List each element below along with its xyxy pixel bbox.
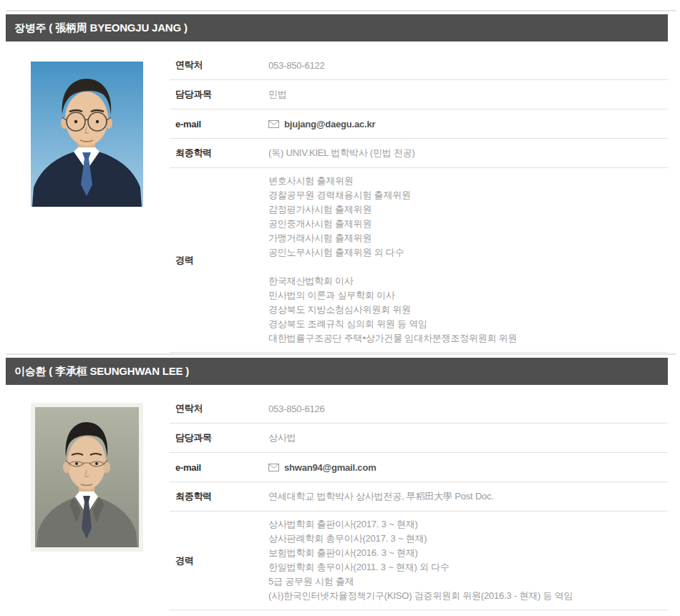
photo-column xyxy=(0,51,170,353)
career-line: 보험법학회 출판이사(2016. 3 ~ 현재) xyxy=(268,546,668,560)
info-label: 담당과목 xyxy=(170,88,268,101)
info-row-email: e-mail shwan94@gmail.com xyxy=(170,453,668,482)
professor-name: 장병주 ( 張柄周 BYEONGJU JANG ) xyxy=(6,21,188,35)
info-label: 경력 xyxy=(170,554,268,567)
professor-name-header: 이승환 ( 李承桓 SEUNGHWAN LEE ) xyxy=(6,358,668,385)
info-row-contact: 연락처 053-850-6126 xyxy=(170,394,668,424)
professor-profile-jang: 장병주 ( 張柄周 BYEONGJU JANG ) xyxy=(0,14,680,353)
professor-profile-lee: 이승환 ( 李承桓 SEUNGHWAN LEE ) xyxy=(0,358,680,610)
section-divider xyxy=(6,353,676,355)
professor-photo xyxy=(31,403,170,552)
professor-photo xyxy=(31,62,170,207)
info-label: e-mail xyxy=(170,119,268,129)
info-value: 상사법 xyxy=(268,431,668,444)
info-label: 경력 xyxy=(170,254,268,267)
career-line: 민사법의 이론과 실무학회 이사 xyxy=(268,288,668,303)
career-group-gap xyxy=(268,260,668,274)
info-value: (독) UNIV.KIEL 법학박사 (민법 전공) xyxy=(268,147,668,160)
professor-name: 이승환 ( 李承桓 SEUNGHWAN LEE ) xyxy=(6,365,189,378)
email-address-link[interactable]: shwan94@gmail.com xyxy=(284,462,377,473)
info-label: e-mail xyxy=(170,462,268,473)
info-value: 민법 xyxy=(268,88,668,101)
email-icon xyxy=(268,120,279,128)
info-row-career: 경력 변호사시험 출제위원 경찰공무원 경력채용시험 출제위원 감정평가사시험 … xyxy=(170,168,668,353)
career-line: 5급 공무원 시험 출제 xyxy=(268,575,668,589)
career-line: 상사판례학회 총무이사(2017. 3 ~ 현재) xyxy=(268,532,668,546)
info-row-contact: 연락처 053-850-6122 xyxy=(170,51,668,80)
info-value: 053-850-6122 xyxy=(268,60,668,71)
section-divider xyxy=(6,10,676,11)
email-icon xyxy=(268,464,279,471)
professor-info-table: 연락처 053-850-6126 담당과목 상사법 e-mail shwan94… xyxy=(170,394,668,610)
info-row-subject: 담당과목 상사법 xyxy=(170,424,668,453)
info-row-email: e-mail bjujang@daegu.ac.kr xyxy=(170,109,668,139)
career-line: 대한법률구조공단 주택•상가건물 임대차분쟁조정위원회 위원 xyxy=(268,331,668,346)
email-address-link[interactable]: bjujang@daegu.ac.kr xyxy=(284,119,375,129)
info-label: 최종학력 xyxy=(170,490,268,503)
career-line: 공인노무사시험 출제위원 외 다수 xyxy=(268,245,668,260)
career-line: 경찰공무원 경력채용시험 출제위원 xyxy=(268,188,668,202)
professor-name-header: 장병주 ( 張柄周 BYEONGJU JANG ) xyxy=(6,14,668,41)
info-label: 최종학력 xyxy=(170,147,268,160)
info-value: 053-850-6126 xyxy=(268,404,668,414)
info-row-subject: 담당과목 민법 xyxy=(170,80,668,109)
info-label: 담당과목 xyxy=(170,431,268,444)
info-label: 연락처 xyxy=(170,402,268,415)
career-line: 한일법학회 총무이사(2011. 3 ~ 현재) 외 다수 xyxy=(268,560,668,575)
info-label: 연락처 xyxy=(170,59,268,72)
info-row-education: 최종학력 (독) UNIV.KIEL 법학박사 (민법 전공) xyxy=(170,139,668,168)
career-line: 한국재산법학회 이사 xyxy=(268,274,668,288)
info-row-career: 경력 상사법학회 출판이사(2017. 3 ~ 현재) 상사판례학회 총무이사(… xyxy=(170,512,668,610)
photo-column xyxy=(0,394,170,610)
career-line: 변호사시험 출제위원 xyxy=(268,174,668,188)
professor-info-table: 연락처 053-850-6122 담당과목 민법 e-mail bjujang@… xyxy=(170,51,668,353)
info-value: 연세대학교 법학박사 상사법전공, 早稻田大學 Post Doc. xyxy=(268,490,668,503)
career-line: 경상북도 지방소청심사위원회 위원 xyxy=(268,303,668,317)
career-line: 상사법학회 출판이사(2017. 3 ~ 현재) xyxy=(268,517,668,532)
career-line: 가맹거래사시험 출제위원 xyxy=(268,231,668,245)
career-line: 공인중개사시험 출제위원 xyxy=(268,217,668,231)
career-list: 변호사시험 출제위원 경찰공무원 경력채용시험 출제위원 감정평가사시험 출제위… xyxy=(268,168,668,352)
career-line: (사)한국인터넷자율정책기구(KISO) 검증위원회 위원(2016.3 - 현… xyxy=(268,589,668,603)
career-line: 경상북도 조례규칙 심의회 위원 등 역임 xyxy=(268,317,668,331)
career-list: 상사법학회 출판이사(2017. 3 ~ 현재) 상사판례학회 총무이사(201… xyxy=(268,512,668,610)
career-line: 감정평가사시험 출제위원 xyxy=(268,202,668,217)
info-row-education: 최종학력 연세대학교 법학박사 상사법전공, 早稻田大學 Post Doc. xyxy=(170,482,668,512)
